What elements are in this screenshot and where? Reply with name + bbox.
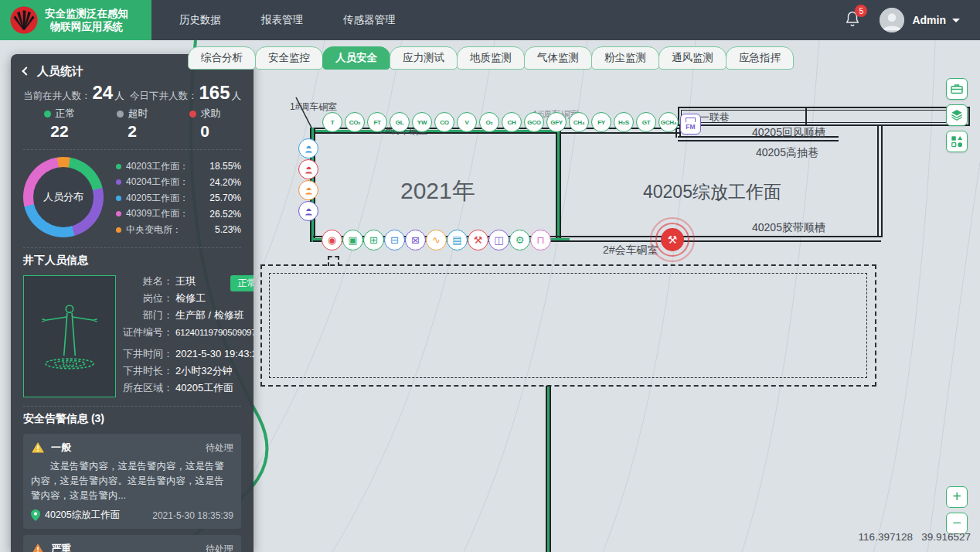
miner-icon <box>303 185 315 196</box>
sensor-marker[interactable]: O₂ <box>479 112 499 132</box>
toolbox-button[interactable] <box>946 78 968 100</box>
alert-status: 待处理 <box>206 441 233 455</box>
legend-dot <box>116 227 121 233</box>
nav-menu: 历史数据报表管理传感器管理 <box>179 13 396 27</box>
module-tab[interactable]: 应急指挥 <box>726 46 794 70</box>
equipment-marker[interactable]: ⊠ <box>405 230 426 250</box>
person-section-title: 井下人员信息 <box>23 254 241 269</box>
sensor-marker[interactable]: GCH₄ <box>658 112 679 132</box>
fm-broadcast-icon[interactable]: FM <box>680 114 701 135</box>
sensor-marker[interactable]: FT <box>367 112 387 132</box>
status-item: 超时 2 <box>96 107 168 145</box>
sensor-marker[interactable]: GT <box>636 112 656 132</box>
sensor-marker[interactable]: GFY <box>546 112 567 132</box>
legend-label: 40205工作面： <box>126 192 189 205</box>
equipment-marker[interactable]: ▣ <box>342 230 363 250</box>
brand-block: 安全监测泛在感知 物联网应用系统 <box>0 0 151 40</box>
sensor-marker[interactable]: CH <box>502 112 522 132</box>
legend-value: 26.52% <box>209 209 241 220</box>
alarm-icon: ⚒ <box>661 228 684 251</box>
warning-triangle-icon <box>31 543 45 552</box>
sensor-marker[interactable]: GCO <box>524 112 544 132</box>
equipment-row: ◉▣⊞⊟⊠∿▤⚒◫⚙⊓ <box>322 230 551 250</box>
current-count-value: 24 <box>93 82 114 104</box>
alert-card[interactable]: 严重 待处理 这是告警内容，这是告警内容，这是告警内容，这是告警内容，这是告警内… <box>23 535 241 552</box>
nav-menu-item[interactable]: 传感器管理 <box>343 13 396 27</box>
label-jiaodai: 40205胶带顺槽 <box>752 221 825 235</box>
alert-severity: 严重 <box>51 542 71 552</box>
person-area: 40205工作面 <box>175 382 233 394</box>
layers-icon <box>949 107 965 123</box>
sensor-marker[interactable]: T <box>322 112 342 132</box>
status-dot <box>117 111 124 118</box>
miner-icon <box>303 164 315 175</box>
legend-value: 5.23% <box>215 224 241 235</box>
module-tab[interactable]: 气体监测 <box>524 46 592 70</box>
sensor-marker[interactable]: CO <box>434 112 454 132</box>
alert-card[interactable]: 一般 待处理 这是告警内容，这是告警内容，这是告警内容，这是告警内容。这是告警内… <box>23 434 241 529</box>
equipment-marker[interactable]: ◫ <box>488 230 509 250</box>
toolbox-icon <box>949 81 965 97</box>
status-label: 求助 <box>201 107 221 121</box>
sensor-marker[interactable]: CH₄ <box>569 112 589 132</box>
sensor-marker[interactable]: CO₂ <box>345 112 365 132</box>
equipment-marker[interactable]: ⊓ <box>530 230 551 250</box>
miner-marker[interactable] <box>298 201 318 221</box>
equipment-marker[interactable]: ⚙ <box>509 230 530 250</box>
module-tab[interactable]: 通风监测 <box>658 46 726 70</box>
equipment-marker[interactable]: ⊞ <box>363 230 384 250</box>
module-tab[interactable]: 综合分析 <box>188 46 256 70</box>
module-tab[interactable]: 安全监控 <box>255 46 323 70</box>
divider <box>23 247 241 248</box>
mine-logo-icon <box>9 5 39 35</box>
miner-marker[interactable] <box>298 180 318 200</box>
user-name[interactable]: Admin <box>912 14 946 26</box>
equipment-marker[interactable]: ⚒ <box>468 230 488 250</box>
app-title: 安全监测泛在感知 物联网应用系统 <box>45 7 128 33</box>
legend-label: 中央变电所： <box>126 223 182 237</box>
sensor-marker[interactable]: V <box>457 112 477 132</box>
sensor-marker[interactable]: FY <box>591 112 611 132</box>
label-year: 2021年 <box>400 175 475 207</box>
notifications-button[interactable]: 5 <box>844 9 861 31</box>
equipment-marker[interactable]: ⊟ <box>384 230 405 250</box>
layers-button[interactable] <box>946 104 968 126</box>
module-tab[interactable]: 人员安全 <box>322 46 390 70</box>
miner-marker[interactable] <box>298 159 318 179</box>
sensor-marker[interactable]: YW <box>412 112 432 132</box>
legend-shapes-button[interactable] <box>946 131 968 152</box>
equipment-marker[interactable]: ▤ <box>447 230 468 250</box>
legend-dot <box>116 196 121 201</box>
person-marker-column <box>298 138 318 221</box>
legend-item: 40205工作面： 25.70% <box>116 190 241 206</box>
legend-item: 中央变电所： 5.23% <box>116 222 241 238</box>
sensor-marker[interactable]: GL <box>390 112 410 132</box>
alarm-marker[interactable]: ⚒ <box>650 217 695 262</box>
headcount-stats: 当前在井人数： 24 人 今日下井人数： 165 人 <box>23 82 241 105</box>
module-tab[interactable]: 应力测试 <box>390 46 458 70</box>
status-value: 22 <box>23 122 96 141</box>
nav-right: 5 Admin <box>844 8 980 32</box>
sensor-marker[interactable]: H₂S <box>614 112 634 132</box>
zoom-in-button[interactable]: + <box>946 486 968 508</box>
person-info: 正常 姓名：王琪 岗位：检修工 部门：生产部 / 检修班 证件编号：612401… <box>116 275 254 402</box>
status-label: 超时 <box>128 107 148 121</box>
nav-menu-item[interactable]: 报表管理 <box>261 13 303 27</box>
equipment-marker[interactable]: ∿ <box>426 230 447 250</box>
legend-dot <box>116 164 121 169</box>
back-chevron-icon[interactable] <box>22 66 30 75</box>
goaf-area-inner <box>269 273 867 378</box>
personnel-panel: 人员统计 当前在井人数： 24 人 今日下井人数： 165 人 正常 22 <box>11 54 254 552</box>
top-navbar: 安全监测泛在感知 物联网应用系统 历史数据报表管理传感器管理 5 <box>0 0 980 40</box>
nav-menu-item[interactable]: 历史数据 <box>179 13 221 27</box>
panel-title: 人员统计 <box>37 64 83 79</box>
person-body-scan <box>23 275 116 397</box>
user-avatar[interactable] <box>880 8 904 32</box>
map-coordinates: 116.397128 39.916527 <box>859 531 971 543</box>
equipment-marker[interactable]: ◉ <box>322 230 342 250</box>
status-dot <box>189 111 196 118</box>
legend-item: 40309工作面： 26.52% <box>116 206 241 223</box>
module-tab[interactable]: 粉尘监测 <box>591 46 659 70</box>
module-tab[interactable]: 地质监测 <box>457 46 525 70</box>
miner-marker[interactable] <box>298 138 318 158</box>
